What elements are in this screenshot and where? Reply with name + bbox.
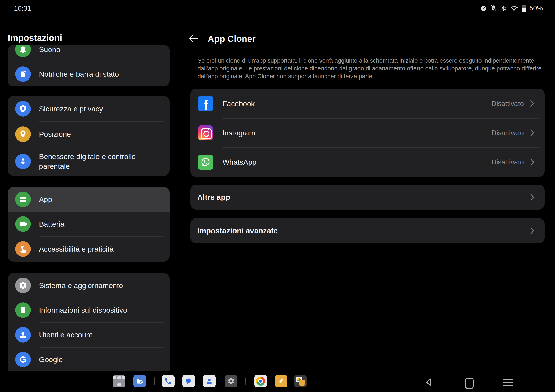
pane-divider (178, 0, 178, 371)
sidebar-item-label: Notifiche e barra di stato (39, 69, 164, 79)
chevron-right-icon (530, 129, 535, 137)
list-item-whatsapp[interactable]: WhatsApp Disattivato (190, 147, 545, 177)
list-item-instagram[interactable]: Instagram Disattivato (190, 118, 545, 147)
chrome-icon[interactable] (254, 375, 267, 387)
status-text: Disattivato (491, 100, 524, 108)
notifications-off-icon (490, 5, 497, 12)
dock-separator (154, 377, 155, 385)
notification-page-icon (15, 66, 31, 82)
settings-icon[interactable] (225, 375, 237, 387)
apps-grid-icon (15, 192, 31, 207)
chevron-right-icon (530, 193, 535, 201)
sidebar-item-label: Sistema e aggiornamento (39, 281, 164, 290)
sidebar-item-sicurezza[interactable]: Sicurezza e privacy (8, 96, 169, 121)
sidebar-item-label: Benessere digitale e controllo parentale (39, 152, 164, 171)
instagram-icon (198, 125, 213, 140)
touch-hand-icon (15, 241, 31, 257)
wellbeing-icon (15, 154, 31, 169)
sidebar-item-label: Google (39, 355, 164, 364)
sidebar-item-suono[interactable]: Suono (8, 45, 169, 62)
user-icon (15, 327, 31, 343)
status-text: Disattivato (491, 129, 524, 137)
messages-icon[interactable] (182, 375, 195, 387)
sidebar-item-google[interactable]: G Google (8, 347, 169, 371)
sidebar-group-2: Sicurezza e privacy Posizione Benessere … (8, 96, 169, 176)
clock: 16:31 (14, 4, 31, 12)
gear-icon (15, 278, 31, 293)
sidebar-item-notifiche[interactable]: Notifiche e barra di stato (8, 62, 169, 87)
location-pin-icon (15, 126, 31, 142)
sidebar-item-label: Suono (39, 45, 164, 54)
sidebar-item-label: Sicurezza e privacy (39, 104, 164, 114)
battery-bolt-icon (15, 216, 31, 232)
dock-separator (245, 377, 246, 385)
data-saver-icon (480, 5, 487, 12)
sidebar-item-label: Batteria (39, 219, 164, 229)
status-icons: 50% (480, 4, 543, 13)
settings-screen: 16:31 50% Impostazioni (0, 0, 555, 392)
app-name: Facebook (222, 99, 255, 108)
sidebar-item-posizione[interactable]: Posizione (8, 121, 169, 147)
nav-back-button[interactable] (425, 378, 432, 387)
app-name: WhatsApp (222, 158, 256, 167)
sidebar-group-1: Suono Notifiche e barra di stato (8, 45, 169, 87)
battery-percent: 50% (529, 4, 543, 12)
sidebar-item-accessibilita[interactable]: Accessibilità e praticità (8, 236, 169, 261)
sidebar-group-3: App Batteria Accessibilità e praticità (8, 187, 169, 261)
chevron-right-icon (530, 100, 535, 108)
app-drawer-icon[interactable] (113, 375, 125, 387)
nav-home-button[interactable] (465, 378, 474, 389)
contacts-icon[interactable] (203, 375, 216, 387)
bell-icon (15, 45, 31, 57)
more-apps-card[interactable]: Altre app (190, 185, 545, 210)
battery-icon (522, 5, 526, 12)
nav-recents-button[interactable] (503, 379, 513, 386)
app-pair-icon[interactable] (294, 375, 307, 387)
shield-lock-icon (15, 101, 31, 116)
google-g-icon: G (15, 352, 31, 367)
list-item-facebook[interactable]: f Facebook Disattivato (190, 89, 545, 118)
app-cloner-list: f Facebook Disattivato Instagram Disatti… (190, 89, 545, 177)
sidebar-item-sistema[interactable]: Sistema e aggiornamento (8, 273, 169, 298)
whatsapp-icon (198, 154, 213, 170)
advanced-settings-label: Impostazioni avanzate (197, 226, 278, 235)
sidebar-item-benessere[interactable]: Benessere digitale e controllo parentale (8, 147, 169, 176)
more-apps-label: Altre app (197, 193, 230, 202)
wifi-icon (511, 5, 519, 12)
notes-icon[interactable] (275, 375, 287, 387)
facebook-icon: f (198, 96, 213, 111)
sidebar-item-label: Utenti e account (39, 330, 164, 340)
device-info-icon (15, 302, 31, 318)
back-button[interactable] (188, 34, 198, 43)
files-icon[interactable] (133, 375, 146, 387)
sidebar-group-4: Sistema e aggiornamento Informazioni sul… (8, 273, 169, 371)
phone-icon[interactable] (162, 375, 175, 387)
sidebar-item-app[interactable]: App (8, 187, 169, 212)
content-title: App Cloner (208, 34, 256, 44)
app-name: Instagram (222, 129, 255, 137)
chevron-right-icon (530, 227, 535, 235)
status-text: Disattivato (491, 158, 524, 166)
sidebar-item-utenti[interactable]: Utenti e account (8, 322, 169, 347)
sidebar-item-informazioni[interactable]: Informazioni sul dispositivo (8, 298, 169, 322)
page-title: Impostazioni (8, 33, 62, 43)
advanced-settings-card[interactable]: Impostazioni avanzate (190, 218, 545, 243)
description-text: Se crei un clone di un'app supportata, i… (197, 57, 543, 80)
sidebar-item-label: Accessibilità e praticità (39, 244, 164, 254)
chevron-right-icon (530, 158, 535, 166)
sidebar-item-batteria[interactable]: Batteria (8, 212, 169, 236)
bluetooth-icon (500, 5, 508, 12)
sidebar-item-label: Posizione (39, 129, 164, 139)
taskbar (0, 371, 555, 392)
sidebar-item-label: App (39, 195, 164, 204)
sidebar-item-label: Informazioni sul dispositivo (39, 305, 164, 315)
